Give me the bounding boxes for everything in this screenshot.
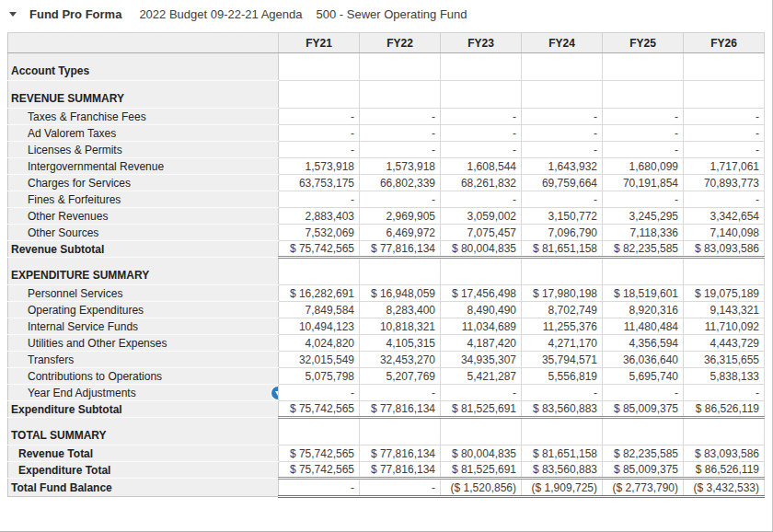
- value-cell: 2,883,403: [279, 208, 360, 225]
- value-cell: [603, 418, 684, 445]
- column-header-fy26: FY26: [684, 33, 765, 53]
- value-cell: -: [522, 125, 603, 142]
- value-cell: -: [603, 191, 684, 208]
- column-header-fy25: FY25: [603, 33, 684, 53]
- value-cell: $ 86,526,119: [684, 401, 765, 418]
- row-label-text: Revenue Subtotal: [11, 243, 104, 256]
- value-cell: [522, 53, 603, 81]
- value-cell: [522, 258, 603, 285]
- value-cell: 7,532,069: [279, 225, 360, 241]
- value-cell: ($ 2,773,790): [603, 479, 684, 497]
- value-cell: -: [360, 385, 441, 401]
- value-cell: [360, 81, 441, 109]
- table-row: Expenditure Subtotal$ 75,742,565$ 77,816…: [8, 401, 765, 418]
- value-cell: [279, 258, 360, 285]
- table-body: Account TypesREVENUE SUMMARYTaxes & Fran…: [8, 53, 765, 497]
- row-label: Ad Valorem Taxes: [8, 125, 279, 142]
- value-cell: [360, 53, 441, 81]
- value-cell: $ 81,651,158: [522, 241, 603, 258]
- row-label-text: Operating Expenditures: [28, 304, 144, 317]
- table-row: Personnel Services$ 16,282,691$ 16,948,0…: [8, 285, 765, 302]
- value-cell: 36,315,655: [684, 352, 765, 368]
- value-cell: 3,150,772: [522, 208, 603, 225]
- value-cell: 3,059,002: [441, 208, 522, 225]
- row-label-text: Personnel Services: [28, 287, 122, 300]
- value-cell: [684, 418, 765, 445]
- row-label-text: Charges for Services: [28, 177, 131, 190]
- value-cell: 1,573,918: [360, 158, 441, 175]
- table-row: REVENUE SUMMARY: [8, 81, 765, 109]
- table-row: Contributions to Operations5,075,7985,20…: [8, 368, 765, 385]
- value-cell: ($ 1,520,856): [441, 479, 522, 497]
- value-cell: $ 83,560,883: [522, 462, 603, 479]
- table-row: Revenue Subtotal$ 75,742,565$ 77,816,134…: [8, 241, 765, 258]
- row-label-text: Revenue Total: [18, 447, 93, 460]
- table-row: Licenses & Permits------: [8, 142, 765, 158]
- value-cell: 11,710,092: [684, 318, 765, 335]
- value-cell: [684, 53, 765, 81]
- row-label-text: Taxes & Franchise Fees: [28, 110, 146, 123]
- value-cell: [441, 418, 522, 445]
- value-cell: -: [603, 142, 684, 158]
- value-cell: 2,969,905: [360, 208, 441, 225]
- value-cell: 7,140,098: [684, 225, 765, 241]
- value-cell: [441, 258, 522, 285]
- row-label: Taxes & Franchise Fees: [8, 109, 279, 125]
- value-cell: -: [522, 109, 603, 125]
- value-cell: 36,036,640: [603, 352, 684, 368]
- value-cell: 1,680,099: [603, 158, 684, 175]
- value-cell: $ 80,004,835: [441, 241, 522, 258]
- value-cell: -: [441, 109, 522, 125]
- value-cell: $ 19,075,189: [684, 285, 765, 302]
- value-cell: -: [279, 125, 360, 142]
- row-label: Other Sources: [8, 225, 279, 241]
- row-label-text: Transfers: [28, 353, 74, 366]
- value-cell: 3,245,295: [603, 208, 684, 225]
- value-cell: 4,271,170: [522, 335, 603, 352]
- row-label-text: Utilities and Other Expenses: [28, 337, 167, 350]
- table-row: Expenditure Total$ 75,742,565$ 77,816,13…: [8, 462, 765, 479]
- value-cell: $ 16,948,059: [360, 285, 441, 302]
- table-row: Operating Expenditures7,849,5848,283,400…: [8, 302, 765, 318]
- value-cell: [684, 258, 765, 285]
- table-row: Taxes & Franchise Fees------: [8, 109, 765, 125]
- value-cell: $ 85,009,375: [603, 401, 684, 418]
- report-header: Fund Pro Forma 2022 Budget 09-22-21 Agen…: [0, 0, 772, 29]
- value-cell: -: [522, 191, 603, 208]
- row-label: Account Types: [8, 53, 279, 81]
- value-cell: [360, 418, 441, 445]
- value-cell: [603, 81, 684, 109]
- fund-pro-forma-screen: Fund Pro Forma 2022 Budget 09-22-21 Agen…: [0, 0, 773, 532]
- value-cell: 1,608,544: [441, 158, 522, 175]
- report-title: Fund Pro Forma: [29, 7, 121, 21]
- value-cell: -: [603, 125, 684, 142]
- value-cell: 11,034,689: [441, 318, 522, 335]
- row-label-text: Intergovernmental Revenue: [28, 160, 164, 173]
- value-cell: 68,261,832: [441, 175, 522, 191]
- value-cell: 5,695,740: [603, 368, 684, 385]
- value-cell: 10,494,123: [279, 318, 360, 335]
- value-cell: [684, 81, 765, 109]
- column-header-fy21: FY21: [279, 33, 360, 53]
- value-cell: 5,421,287: [441, 368, 522, 385]
- value-cell: 69,759,664: [522, 175, 603, 191]
- value-cell: 4,187,420: [441, 335, 522, 352]
- value-cell: 8,920,316: [603, 302, 684, 318]
- value-cell: [603, 258, 684, 285]
- value-cell: 8,283,400: [360, 302, 441, 318]
- row-label-text: Contributions to Operations: [28, 370, 162, 383]
- row-label: Personnel Services: [8, 285, 279, 302]
- collapse-arrow-icon[interactable]: [9, 7, 29, 22]
- value-cell: $ 17,456,498: [441, 285, 522, 302]
- value-cell: 35,794,571: [522, 352, 603, 368]
- dropdown-circle-icon[interactable]: [271, 387, 279, 399]
- row-label: Contributions to Operations: [8, 368, 279, 385]
- value-cell: [279, 53, 360, 81]
- value-cell: $ 16,282,691: [279, 285, 360, 302]
- value-cell: [603, 53, 684, 81]
- value-cell: [522, 81, 603, 109]
- row-label-text: Other Sources: [28, 226, 98, 239]
- value-cell: $ 83,093,586: [684, 445, 765, 462]
- row-label: Internal Service Funds: [8, 318, 279, 335]
- row-label-text: Expenditure Subtotal: [11, 403, 122, 416]
